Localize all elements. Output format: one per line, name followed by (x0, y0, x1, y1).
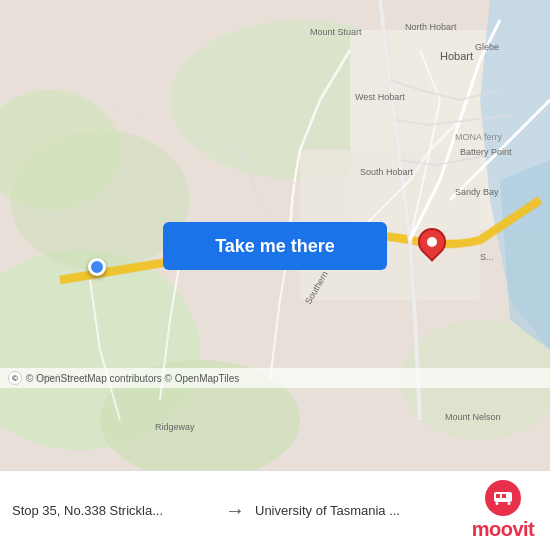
svg-text:Mount Stuart: Mount Stuart (310, 27, 362, 37)
take-me-there-button[interactable]: Take me there (163, 222, 387, 270)
attribution-text: © OpenStreetMap contributors © OpenMapTi… (26, 373, 239, 384)
route-from-label: Stop 35, No.338 Strickla... (12, 503, 215, 518)
svg-text:North Hobart: North Hobart (405, 22, 457, 32)
svg-text:South Hobart: South Hobart (360, 167, 414, 177)
svg-text:West Hobart: West Hobart (355, 92, 405, 102)
svg-rect-25 (502, 494, 506, 498)
destination-marker (418, 228, 446, 256)
map-attribution: © © OpenStreetMap contributors © OpenMap… (0, 368, 550, 388)
svg-text:Mount Nelson: Mount Nelson (445, 412, 501, 422)
map-container: Hobart Mount Stuart North Hobart Glebe W… (0, 0, 550, 470)
svg-text:Hobart: Hobart (440, 50, 473, 62)
route-to-label: University of Tasmania ... (255, 503, 400, 518)
moovit-icon (485, 480, 521, 516)
moovit-brand-text: moovit (472, 518, 535, 541)
route-from: Stop 35, No.338 Strickla... (12, 503, 215, 518)
svg-point-26 (496, 502, 499, 505)
origin-marker (88, 258, 106, 276)
route-arrow-icon: → (215, 499, 255, 522)
svg-text:Sandy Bay: Sandy Bay (455, 187, 499, 197)
svg-rect-24 (496, 494, 500, 498)
svg-text:Glebe: Glebe (475, 42, 499, 52)
bottom-bar: Stop 35, No.338 Strickla... → University… (0, 470, 550, 550)
route-to: University of Tasmania ... (255, 503, 458, 518)
svg-text:Ridgeway: Ridgeway (155, 422, 195, 432)
svg-text:MONA ferry: MONA ferry (455, 132, 503, 142)
svg-text:S...: S... (480, 252, 494, 262)
attribution-icon: © (8, 371, 22, 385)
svg-text:Battery Point: Battery Point (460, 147, 512, 157)
svg-point-27 (508, 502, 511, 505)
moovit-logo: moovit (468, 480, 538, 541)
